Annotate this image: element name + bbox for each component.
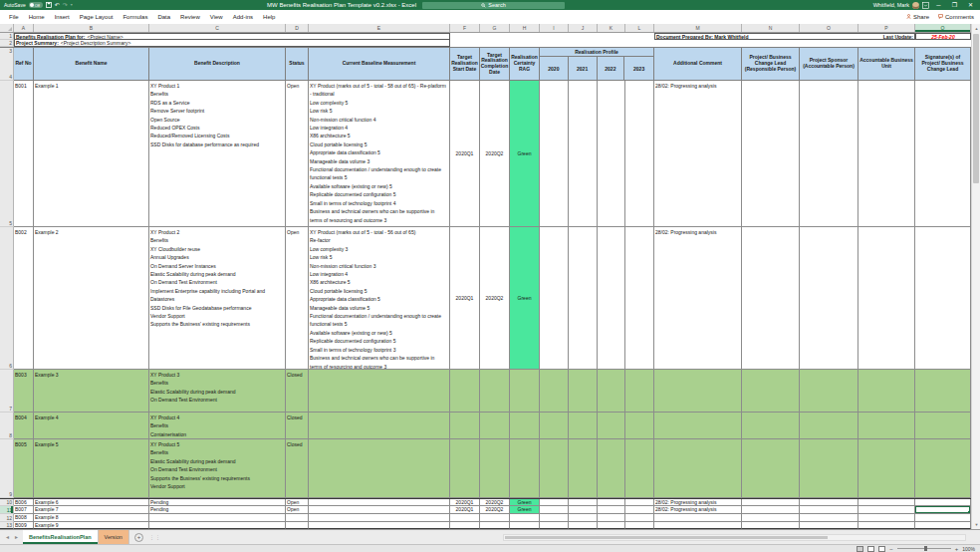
cell-B6[interactable]: Example 2 (34, 227, 149, 370)
cell-K9[interactable] (598, 439, 625, 498)
cell-plan-title[interactable]: Benefits Realisation Plan for: <Project … (14, 33, 450, 40)
menu-tab-formulas[interactable]: Formulas (118, 10, 152, 24)
cell-J10[interactable] (569, 499, 598, 506)
cell-J11[interactable] (569, 506, 598, 514)
cell-F13[interactable] (450, 522, 480, 529)
cell-K6[interactable] (598, 227, 625, 370)
cell-Q12[interactable] (915, 514, 971, 522)
cell-E9[interactable] (309, 439, 450, 498)
cell-I6[interactable] (540, 227, 569, 370)
cell-B12[interactable]: Example 8 (34, 514, 149, 522)
share-button[interactable]: Share (906, 14, 929, 20)
cell-D6[interactable]: Open (286, 227, 309, 370)
row-header-11[interactable]: 11 (0, 506, 14, 514)
row-header-10[interactable]: 10 (0, 499, 14, 506)
cell-C12[interactable] (149, 514, 286, 522)
cell-I7[interactable] (540, 370, 569, 413)
cell-Q7[interactable] (915, 370, 971, 413)
header-additional-comment[interactable]: Additional Comment (654, 48, 742, 81)
cell-O12[interactable] (800, 514, 858, 522)
cell-G9[interactable] (480, 439, 510, 498)
header-year-2020[interactable]: 2020 (540, 57, 569, 80)
sheet-nav-right-icon[interactable]: ► (14, 534, 19, 540)
cell-H11[interactable]: Green (510, 506, 540, 514)
cell-L12[interactable] (625, 514, 654, 522)
row-header-5[interactable]: 5 (0, 81, 14, 227)
cell-K7[interactable] (598, 370, 625, 413)
cell-F12[interactable] (450, 514, 480, 522)
avatar[interactable] (912, 2, 919, 9)
cell-H13[interactable] (510, 522, 540, 529)
cell-M10[interactable]: 28/02: Progressing analysis (654, 499, 742, 506)
cell-L7[interactable] (625, 370, 654, 413)
row-header-2[interactable]: 2 (0, 40, 14, 47)
row-header-13[interactable]: 13 (0, 522, 14, 529)
cell-B9[interactable]: Example 5 (34, 439, 149, 498)
scroll-down-icon[interactable]: ▼ (972, 520, 980, 529)
scroll-up-icon[interactable]: ▲ (972, 24, 980, 33)
info-row-2-cells[interactable]: Project Summary: <Project Description Su… (14, 40, 971, 47)
header-realisation-profile[interactable]: Realisation Profile (540, 48, 653, 57)
column-header-B[interactable]: B (34, 24, 149, 32)
column-header-C[interactable]: C (149, 24, 286, 32)
cell-F7[interactable] (450, 370, 480, 413)
save-icon[interactable] (46, 2, 52, 8)
column-header-G[interactable]: G (480, 24, 510, 32)
cell-F10[interactable]: 2020Q1 (450, 499, 480, 506)
cell-P8[interactable] (858, 413, 915, 439)
cell-O8[interactable] (800, 413, 858, 439)
cell-A8[interactable]: B004 (14, 413, 34, 439)
cell-A6[interactable]: B002 (14, 227, 34, 370)
cell-L5[interactable] (625, 81, 654, 227)
cell-J7[interactable] (569, 370, 598, 413)
zoom-level[interactable]: 100% (962, 546, 975, 552)
cell-B10[interactable]: Example 6 (34, 499, 149, 506)
cell-G10[interactable]: 2020Q2 (480, 499, 510, 506)
cell-O7[interactable] (800, 370, 858, 413)
cell-J9[interactable] (569, 439, 598, 498)
normal-view-icon[interactable] (857, 546, 863, 552)
cell-E10[interactable] (309, 499, 450, 506)
cell-P7[interactable] (858, 370, 915, 413)
sheet-nav-left-icon[interactable]: ◄ (5, 534, 10, 540)
cell-K13[interactable] (598, 522, 625, 529)
column-header-O[interactable]: O (800, 24, 858, 32)
cell-C11[interactable]: Pending (149, 506, 286, 514)
cell-B11[interactable]: Example 7 (34, 506, 149, 514)
zoom-out-button[interactable]: − (889, 545, 893, 552)
cell-H6[interactable]: Green (510, 227, 540, 370)
tab-splitter-handle[interactable]: ⋮⋮ (149, 534, 161, 540)
cell-A7[interactable]: B003 (14, 370, 34, 413)
cell-I12[interactable] (540, 514, 569, 522)
cell-L9[interactable] (625, 439, 654, 498)
cell-H10[interactable]: Green (510, 499, 540, 506)
redo-icon[interactable]: ↷ (63, 0, 68, 10)
cell-O5[interactable] (800, 81, 858, 227)
horizontal-scrollbar[interactable] (503, 534, 966, 541)
add-sheet-button[interactable]: + (134, 533, 143, 542)
cell-C6[interactable]: XY Product 2 Benefits XY Cloudbuilder re… (149, 227, 286, 370)
header-benefit-description[interactable]: Benefit Description (149, 48, 286, 81)
cell-G11[interactable]: 2020Q2 (480, 506, 510, 514)
menu-tab-file[interactable]: File (4, 10, 24, 24)
cell-N6[interactable] (742, 227, 800, 370)
header-signature[interactable]: Signature(s) of Project/ Business Change… (915, 48, 971, 81)
cell-C9[interactable]: XY Product 5 Benefits Elastic Scalabilit… (149, 439, 286, 498)
cell-N12[interactable] (742, 514, 800, 522)
sheet-tab-version[interactable]: Version (99, 530, 129, 544)
cell-H8[interactable] (510, 413, 540, 439)
cell-G5[interactable]: 2020Q2 (480, 81, 510, 227)
menu-tab-insert[interactable]: Insert (50, 10, 75, 24)
row-header-8[interactable]: 8 (0, 413, 14, 439)
cell-D7[interactable]: Closed (286, 370, 309, 413)
cell-J5[interactable] (569, 81, 598, 227)
header-year-2021[interactable]: 2021 (569, 57, 598, 80)
cell-N13[interactable] (742, 522, 800, 529)
cell-I9[interactable] (540, 439, 569, 498)
cell-D5[interactable]: Open (286, 81, 309, 227)
cell-last-update-date[interactable]: 25-Feb-20 (915, 33, 971, 40)
header-year-2023[interactable]: 2023 (624, 57, 653, 80)
cell-O11[interactable] (800, 506, 858, 514)
cell-L8[interactable] (625, 413, 654, 439)
page-layout-view-icon[interactable] (867, 546, 874, 552)
